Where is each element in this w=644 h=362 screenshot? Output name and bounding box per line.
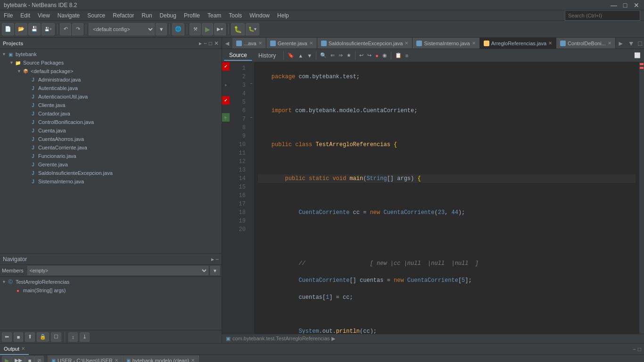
tab-scroll-right-icon[interactable]: ► [616,40,626,47]
rerun-output-button[interactable]: ▶▶ [12,356,25,362]
next-occurrence-button[interactable]: ⇒ [337,50,344,61]
config-select[interactable]: <default config> [89,23,155,35]
menu-source[interactable]: Source [83,11,109,20]
code-content[interactable]: package com.bytebank.test; import com.by… [254,62,639,334]
tree-item-administrador[interactable]: J Administrador.java [0,75,222,84]
clean-build-button[interactable]: ⚒ [190,23,201,35]
nav-btn-4[interactable]: 🔒 [37,332,49,342]
menu-edit[interactable]: Edit [17,11,34,20]
next-bookmark-button[interactable]: ▼ [305,50,314,61]
nav-btn-2[interactable]: ■ [14,332,23,342]
redo-button[interactable]: ↷ [72,23,83,35]
breadcrumb-text[interactable]: com.bytebank.test.TestArregloReferencias… [232,336,335,342]
nav-btn-7[interactable]: ⤓ [80,332,90,342]
tree-item-contador[interactable]: J Contador.java [0,109,222,118]
fold-cell-7[interactable]: − [248,113,254,122]
nav-btn-1[interactable]: ⬅ [2,332,12,342]
menu-debug[interactable]: Debug [156,11,180,20]
tab-maximize-icon[interactable]: □ [636,40,644,47]
navigator-sync-icon[interactable]: ▸ [211,256,214,263]
save-button[interactable]: 💾 [28,23,41,35]
menu-team[interactable]: Team [204,11,225,20]
tab-close-saldo[interactable]: ✕ [405,41,408,46]
nav-btn-5[interactable]: ☐ [51,332,61,342]
tree-item-autenticable[interactable]: J Autenticable.java [0,84,222,92]
nav-tree-item-class[interactable]: ▼ Ⓒ TestArregloReferencias [0,278,222,286]
fold-cell-3[interactable]: − [248,79,254,88]
open-project-button[interactable]: 📂 [15,23,27,35]
toggle-bookmark-button[interactable]: 🔖 [286,50,296,61]
tab-arregloreferencias[interactable]: ArregloReferencias.java ✕ [480,38,556,49]
tree-item-cuenta[interactable]: J Cuenta.java [0,126,222,135]
tab-saldo[interactable]: SaldoInsuficienteExcepcion.java ✕ [317,38,413,49]
config-dropdown-button[interactable]: ▼ [156,23,167,35]
tab-ava[interactable]: ...ava ✕ [232,38,266,49]
window-controls[interactable]: — □ ✕ [610,1,640,9]
bottom-pane-maximize-icon[interactable]: □ [638,346,641,353]
tab-close-gerente[interactable]: ✕ [309,41,313,46]
tree-item-cuentacorriente[interactable]: J CuentaCorriente.java [0,143,222,152]
projects-maximize-icon[interactable]: □ [209,40,212,47]
tab-close-controlboni[interactable]: ✕ [608,41,611,46]
nav-btn-6[interactable]: ↕ [68,332,78,342]
output-subtab-bytebank[interactable]: ▣ bytebank.modelo (clean) ✕ [123,355,199,362]
tree-item-cliente[interactable]: J Cliente.java [0,101,222,109]
tab-source[interactable]: Source [224,50,252,61]
history-btn[interactable]: 📋 [394,50,403,61]
tab-sistemainterno[interactable]: SistemaInterno.java ✕ [413,38,479,49]
menu-run[interactable]: Run [138,11,156,20]
nav-btn-3[interactable]: ⬆ [25,332,35,342]
projects-minimize-icon[interactable]: − [204,40,207,47]
tree-item-bytebank[interactable]: ▼ ▣ bytebank [0,50,222,58]
menu-profile[interactable]: Profile [180,11,204,20]
prev-bookmark-button[interactable]: ▲ [297,50,305,61]
tree-item-funcionario[interactable]: J Funcionario.java [0,152,222,160]
toggle-breakpoint-btn2[interactable]: ◉ [381,50,388,61]
navigator-filter-button[interactable]: ▼ [210,266,220,275]
global-search-input[interactable] [565,10,640,21]
toggle-highlight-button[interactable]: ★ [345,50,353,61]
undo-button[interactable]: ↶ [60,23,71,35]
minimize-button[interactable]: — [610,1,618,9]
close-button[interactable]: ✕ [633,1,640,9]
tree-item-source-packages[interactable]: ▼ 📁 Source Packages [0,58,222,67]
navigator-filter-select[interactable]: <empty> [27,266,208,275]
tree-item-sistemainterno[interactable]: J SistemaInterno.java [0,177,222,186]
navigator-minimize-icon[interactable]: − [215,256,219,263]
debug-button[interactable]: 🐛 [231,23,245,35]
nav-tree-item-main[interactable]: ● main(String[] args) [0,286,222,295]
menu-help[interactable]: Help [273,11,293,20]
projects-sync-icon[interactable]: ▸ [199,40,202,47]
projects-close-icon[interactable]: ✕ [214,40,219,47]
tab-close-ava[interactable]: ✕ [258,41,262,46]
tree-item-controlbonificacion[interactable]: J ControlBonificacion.java [0,118,222,126]
tree-item-cuentaahorros[interactable]: J CuentaAhorros.java [0,135,222,143]
tab-scroll-left-icon[interactable]: ◄ [222,40,232,47]
tree-item-saldoinsuficiente[interactable]: J SaldoInsuficienteExcepcion.java [0,169,222,177]
tab-history[interactable]: History [253,50,281,61]
output-subtab-close-1[interactable]: ✕ [115,358,118,362]
prev-occurrence-button[interactable]: ⇐ [329,50,336,61]
tab-close-sistemainterno[interactable]: ✕ [472,41,476,46]
tab-dropdown-icon[interactable]: ▼ [626,40,636,47]
new-project-button[interactable]: 📄 [2,23,14,35]
clear-output-button[interactable]: ⎚ [34,356,44,362]
output-subtab-user[interactable]: ▣ USER - C:\Users\USER ✕ [48,355,123,362]
menu-view[interactable]: View [34,11,54,20]
maximize-button[interactable]: □ [621,1,629,9]
menu-navigate[interactable]: Navigate [54,11,83,20]
stop-output-button[interactable]: ■ [25,356,34,362]
search-button[interactable]: 🔍 [319,50,328,61]
bottom-pane-minimize-icon[interactable]: − [633,346,636,353]
tab-close-arreglo[interactable]: ✕ [548,41,552,46]
toggle-breakpoint-button[interactable]: ● [374,50,380,61]
debug-config-button[interactable]: 🐛▾ [246,23,259,35]
tab-gerente[interactable]: Gerente.java ✕ [266,38,317,49]
tree-item-default-package[interactable]: ▼ 📦 <default package> [0,67,222,75]
back-button[interactable]: ↩ [358,50,365,61]
menu-tools[interactable]: Tools [225,11,246,20]
menu-file[interactable]: File [0,11,17,20]
menu-refactor[interactable]: Refactor [109,11,138,20]
tab-output-close[interactable]: ✕ [21,346,25,351]
tree-item-autenticacionutil[interactable]: J AutenticacionUtil.java [0,92,222,101]
